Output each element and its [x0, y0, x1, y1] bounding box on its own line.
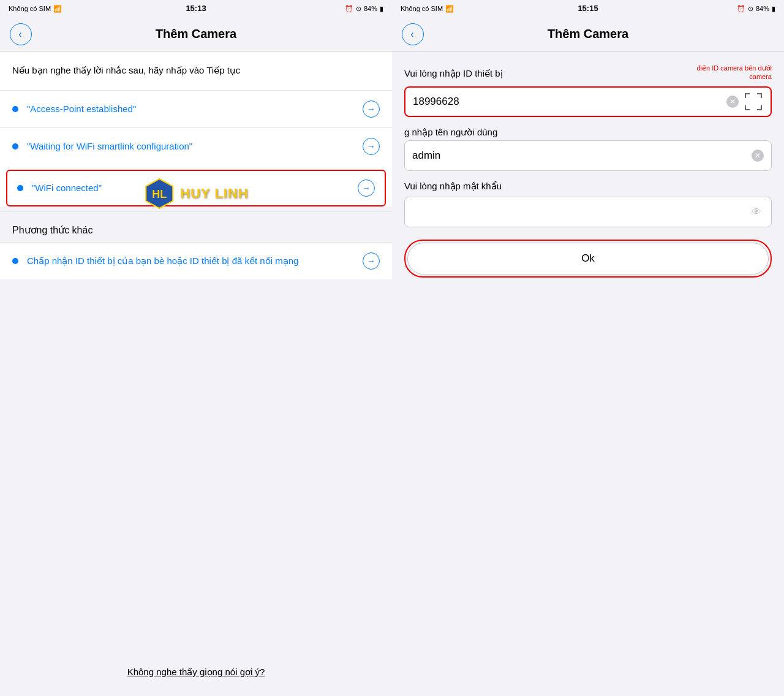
scan-icon	[745, 93, 762, 110]
battery-left: 84%	[364, 5, 377, 12]
nav-bar-right: ‹ Thêm Camera	[392, 17, 784, 51]
device-id-label: Vui lòng nhập ID thiết bị	[404, 68, 503, 79]
password-eye-button[interactable]: 👁	[749, 205, 764, 219]
right-content: Vui lòng nhập ID thiết bị điền ID camera…	[392, 51, 784, 696]
circle-icon-left: ⊙	[356, 5, 361, 13]
left-panel: Không có SIM 📶 15:13 ⏰ ⊙ 84% ▮ ‹ Thêm Ca…	[0, 0, 392, 696]
page-title-right: Thêm Camera	[548, 27, 628, 41]
watermark-text1: HUY	[180, 186, 214, 201]
ok-label: Ok	[581, 252, 595, 265]
clear-icon-username: ✕	[755, 152, 761, 159]
method-dot-1	[12, 258, 18, 264]
other-methods-title: Phương thức khác	[12, 225, 92, 235]
step-dot-2	[12, 143, 18, 149]
battery-right: 84%	[756, 5, 769, 12]
back-arrow-right: ‹	[410, 29, 413, 40]
back-button-left[interactable]: ‹	[10, 23, 32, 45]
step-item-2[interactable]: "Waiting for WiFi smartlink configuratio…	[0, 127, 392, 165]
status-bar-right: Không có SIM 📶 15:15 ⏰ ⊙ 84% ▮	[392, 0, 784, 17]
step-dot-3	[17, 185, 23, 191]
time-right: 15:15	[578, 4, 598, 13]
wifi-icon-left: 📶	[53, 5, 62, 13]
scan-corner-tr	[757, 93, 762, 98]
right-form: Vui lòng nhập ID thiết bị điền ID camera…	[392, 51, 784, 290]
method-arrow-1[interactable]: →	[363, 252, 380, 270]
device-id-clear-button[interactable]: ✕	[726, 96, 739, 108]
watermark: HL HUY LINH	[143, 178, 249, 210]
method-text-1: Chấp nhận ID thiết bị của bạn bè hoặc ID…	[27, 255, 354, 267]
step-dot-1	[12, 106, 18, 112]
back-button-right[interactable]: ‹	[402, 23, 424, 45]
username-clear-button[interactable]: ✕	[752, 149, 764, 162]
bottom-link[interactable]: Không nghe thấy giọng nói gợi ý?	[127, 667, 265, 678]
device-id-value: 18996628	[413, 96, 722, 108]
device-id-input-box[interactable]: 18996628 ✕	[404, 86, 772, 117]
nav-bar-left: ‹ Thêm Camera	[0, 17, 392, 51]
ok-button[interactable]: Ok	[407, 243, 769, 274]
ok-button-container: Ok	[404, 240, 772, 278]
method-arrow-icon-1: →	[367, 256, 375, 266]
watermark-logo: HL	[143, 178, 175, 210]
clear-icon-device: ✕	[729, 98, 736, 105]
step-text-1: "Access-Point established"	[27, 104, 363, 114]
status-bar-left: Không có SIM 📶 15:13 ⏰ ⊙ 84% ▮	[0, 0, 392, 17]
circle-icon-right: ⊙	[748, 5, 753, 13]
arrow-icon-1: →	[367, 104, 375, 114]
scan-corner-bl	[745, 105, 750, 110]
arrow-icon-3: →	[362, 183, 371, 193]
carrier-left: Không có SIM	[9, 5, 51, 12]
password-input-box[interactable]: 👁	[404, 197, 772, 227]
method-item-1[interactable]: Chấp nhận ID thiết bị của bạn bè hoặc ID…	[0, 242, 392, 279]
page-title-left: Thêm Camera	[156, 27, 236, 41]
username-value: admin	[412, 149, 747, 162]
battery-icon-left: ▮	[380, 5, 383, 13]
left-content: Nếu bạn nghe thấy lời nhắc sau, hãy nhấp…	[0, 51, 392, 696]
step-item-1[interactable]: "Access-Point established" →	[0, 90, 392, 127]
bottom-link-section: Không nghe thấy giọng nói gợi ý?	[0, 667, 392, 678]
time-left: 15:13	[186, 4, 206, 13]
svg-text:HL: HL	[152, 188, 167, 200]
status-right-left: ⏰ ⊙ 84% ▮	[345, 5, 383, 13]
status-left-right: Không có SIM 📶	[401, 5, 454, 13]
alarm-left: ⏰	[345, 5, 353, 13]
eye-icon: 👁	[752, 206, 761, 218]
carrier-right: Không có SIM	[401, 5, 443, 12]
watermark-text2: LINH	[214, 186, 248, 201]
instruction-text: Nếu bạn nghe thấy lời nhắc sau, hãy nhấp…	[12, 64, 380, 78]
step-arrow-2[interactable]: →	[363, 138, 380, 155]
scan-corner-br	[757, 105, 762, 110]
step-text-2: "Waiting for WiFi smartlink configuratio…	[27, 141, 363, 151]
status-right-right: ⏰ ⊙ 84% ▮	[737, 5, 775, 13]
alarm-right: ⏰	[737, 5, 745, 13]
instruction-section: Nếu bạn nghe thấy lời nhắc sau, hãy nhấp…	[0, 51, 392, 90]
back-arrow-left: ‹	[18, 29, 21, 40]
scan-button[interactable]	[744, 92, 763, 112]
wifi-icon-right: 📶	[445, 5, 454, 13]
username-label: g nhập tên người dùng	[404, 127, 497, 137]
watermark-text: HUY LINH	[180, 186, 249, 202]
device-id-hint: điền ID camera bên dưới camera	[686, 64, 772, 81]
scan-corner-tl	[745, 93, 750, 98]
status-left: Không có SIM 📶	[9, 5, 62, 13]
step-arrow-1[interactable]: →	[363, 100, 380, 118]
username-input-box[interactable]: admin ✕	[404, 140, 772, 171]
right-panel: Không có SIM 📶 15:15 ⏰ ⊙ 84% ▮ ‹ Thêm Ca…	[392, 0, 784, 696]
password-label: Vui lòng nhập mật khẩu	[404, 181, 502, 191]
arrow-icon-2: →	[367, 142, 375, 151]
other-methods-section: Phương thức khác	[0, 212, 392, 242]
step-arrow-3[interactable]: →	[358, 180, 375, 197]
battery-icon-right: ▮	[772, 5, 775, 13]
